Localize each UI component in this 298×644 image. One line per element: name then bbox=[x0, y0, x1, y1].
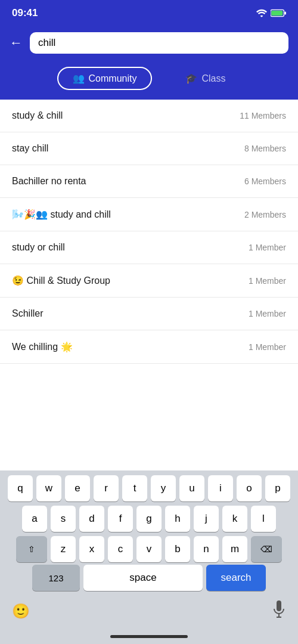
key-j[interactable]: j bbox=[194, 506, 219, 532]
result-row[interactable]: stay chill 8 Members bbox=[0, 132, 298, 165]
key-s[interactable]: s bbox=[51, 506, 76, 532]
svg-rect-3 bbox=[277, 600, 281, 611]
status-bar: 09:41 bbox=[0, 0, 298, 26]
result-members: 1 Member bbox=[249, 243, 286, 252]
keyboard-row-2: a s d f g h j k l bbox=[2, 506, 296, 532]
tab-row: 👥 Community 🎓 Class bbox=[0, 63, 298, 100]
key-p[interactable]: p bbox=[265, 475, 290, 501]
key-t[interactable]: t bbox=[122, 475, 147, 501]
key-space[interactable]: space bbox=[83, 565, 203, 591]
key-g[interactable]: g bbox=[136, 506, 162, 532]
key-l[interactable]: l bbox=[251, 506, 276, 532]
key-n[interactable]: n bbox=[194, 536, 219, 562]
result-row[interactable]: study or chill 1 Member bbox=[0, 231, 298, 264]
mic-icon[interactable] bbox=[272, 600, 286, 622]
tab-community-label: Community bbox=[89, 73, 137, 84]
key-numbers[interactable]: 123 bbox=[32, 565, 80, 591]
result-members: 6 Members bbox=[244, 177, 286, 186]
key-u[interactable]: u bbox=[179, 475, 204, 501]
key-f[interactable]: f bbox=[108, 506, 133, 532]
emoji-mic-row: 🙂 bbox=[0, 596, 298, 631]
key-k[interactable]: k bbox=[222, 506, 247, 532]
result-name: study or chill bbox=[12, 242, 65, 253]
key-i[interactable]: i bbox=[208, 475, 233, 501]
tab-class-label: Class bbox=[201, 73, 225, 84]
key-x[interactable]: x bbox=[79, 536, 104, 562]
key-c[interactable]: c bbox=[108, 536, 133, 562]
result-row[interactable]: Schiller 1 Member bbox=[0, 298, 298, 330]
back-button[interactable]: ← bbox=[10, 35, 23, 51]
key-h[interactable]: h bbox=[165, 506, 190, 532]
key-backspace[interactable]: ⌫ bbox=[251, 536, 282, 562]
result-name: 😉 Chill & Study Group bbox=[12, 275, 110, 286]
result-row[interactable]: 🌬️🎉👥 study and chill 2 Members bbox=[0, 198, 298, 231]
result-members: 2 Members bbox=[244, 210, 286, 219]
result-row[interactable]: We chilling 🌟 1 Member bbox=[0, 330, 298, 364]
search-button[interactable]: search bbox=[206, 565, 266, 591]
home-indicator bbox=[0, 631, 298, 644]
results-list: study & chill 11 Members stay chill 8 Me… bbox=[0, 100, 298, 364]
result-name: 🌬️🎉👥 study and chill bbox=[12, 209, 111, 220]
svg-rect-2 bbox=[271, 11, 283, 16]
key-b[interactable]: b bbox=[165, 536, 190, 562]
status-time: 09:41 bbox=[12, 7, 38, 19]
keyboard-row-3: ⇧ z x c v b n m ⌫ bbox=[2, 536, 296, 562]
status-icons bbox=[256, 9, 286, 17]
community-icon: 👥 bbox=[73, 73, 85, 84]
result-name: stay chill bbox=[12, 143, 48, 154]
keyboard: q w e r t y u i o p a s d f g h j k l ⇧ … bbox=[0, 470, 298, 644]
result-row[interactable]: Bachiller no renta 6 Members bbox=[0, 165, 298, 198]
result-members: 1 Member bbox=[249, 309, 286, 318]
result-name: study & chill bbox=[12, 110, 63, 121]
home-bar bbox=[110, 635, 188, 638]
class-icon: 🎓 bbox=[185, 73, 197, 84]
result-members: 11 Members bbox=[240, 111, 286, 120]
key-d[interactable]: d bbox=[79, 506, 104, 532]
result-members: 1 Member bbox=[249, 342, 286, 352]
keyboard-row-1: q w e r t y u i o p bbox=[2, 475, 296, 501]
key-z[interactable]: z bbox=[51, 536, 76, 562]
result-row[interactable]: 😉 Chill & Study Group 1 Member bbox=[0, 264, 298, 298]
result-name: We chilling 🌟 bbox=[12, 341, 73, 352]
result-members: 8 Members bbox=[244, 144, 286, 153]
result-name: Bachiller no renta bbox=[12, 176, 86, 187]
key-shift[interactable]: ⇧ bbox=[16, 536, 47, 562]
key-a[interactable]: a bbox=[22, 506, 47, 532]
battery-icon bbox=[271, 9, 286, 17]
result-name: Schiller bbox=[12, 308, 43, 319]
keyboard-bottom-row: 123 space search bbox=[0, 565, 298, 596]
tab-class[interactable]: 🎓 Class bbox=[170, 67, 241, 90]
key-r[interactable]: r bbox=[94, 475, 119, 501]
result-members: 1 Member bbox=[249, 276, 286, 286]
search-input-wrapper bbox=[30, 32, 288, 54]
key-e[interactable]: e bbox=[65, 475, 90, 501]
key-q[interactable]: q bbox=[8, 475, 33, 501]
search-input[interactable] bbox=[38, 37, 280, 49]
emoji-icon[interactable]: 🙂 bbox=[12, 603, 30, 620]
tab-community[interactable]: 👥 Community bbox=[57, 67, 153, 90]
key-v[interactable]: v bbox=[136, 536, 162, 562]
key-o[interactable]: o bbox=[237, 475, 262, 501]
wifi-icon bbox=[256, 9, 267, 17]
key-w[interactable]: w bbox=[36, 475, 61, 501]
header: ← bbox=[0, 26, 298, 63]
key-y[interactable]: y bbox=[151, 475, 176, 501]
key-m[interactable]: m bbox=[222, 536, 247, 562]
svg-rect-1 bbox=[284, 11, 286, 14]
result-row[interactable]: study & chill 11 Members bbox=[0, 100, 298, 132]
